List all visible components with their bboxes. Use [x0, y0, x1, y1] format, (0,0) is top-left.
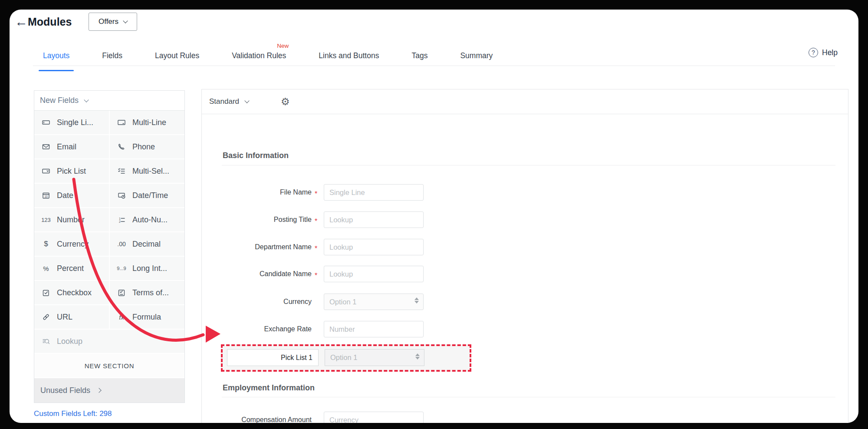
lookup-icon	[40, 337, 52, 346]
date-icon: 10	[40, 191, 52, 200]
field-type-pick-list[interactable]: Pick List	[34, 159, 109, 183]
section-divider	[222, 397, 835, 397]
field-type-number[interactable]: 123 Number	[34, 208, 109, 231]
email-icon	[40, 142, 52, 151]
tab-bar: Layouts Fields Layout Rules Validation R…	[10, 51, 858, 66]
number-icon: 123	[40, 217, 52, 223]
chevron-down-icon[interactable]	[244, 98, 249, 103]
tab-validation-rules[interactable]: Validation Rules New	[232, 51, 286, 66]
multi-line-icon	[116, 118, 127, 127]
currency-icon: $	[40, 240, 52, 248]
percent-icon: %	[40, 265, 52, 272]
new-fields-dropdown[interactable]: New Fields	[34, 91, 184, 111]
tab-summary[interactable]: Summary	[460, 51, 493, 66]
select-updown-icon	[415, 353, 420, 360]
posting-title-input[interactable]: Lookup	[324, 211, 424, 228]
required-marker: *	[315, 213, 317, 230]
layout-selector-bar: Standard ⚙	[202, 89, 848, 114]
tab-tags[interactable]: Tags	[411, 51, 427, 66]
pick-list-1-label-input[interactable]: Pick List 1	[227, 349, 319, 366]
chevron-down-icon	[84, 97, 89, 102]
terms-of-service-icon	[116, 288, 127, 297]
decimal-icon: .00	[116, 241, 127, 248]
svg-text:1: 1	[119, 217, 121, 220]
new-badge: New	[277, 43, 289, 49]
date-time-icon	[116, 191, 127, 200]
chevron-down-icon	[123, 18, 128, 23]
section-divider	[222, 165, 835, 165]
field-type-date[interactable]: 10 Date	[34, 184, 109, 207]
required-marker: *	[315, 267, 317, 284]
field-type-grid: Single Li... Multi-Line Email Phone	[34, 111, 184, 403]
field-type-phone[interactable]: Phone	[110, 135, 184, 158]
field-type-formula[interactable]: fx Formula	[110, 305, 184, 329]
modules-window: ← Modules Offers ? Help Layouts Fields L…	[10, 10, 858, 423]
module-selector-label: Offers	[99, 17, 118, 26]
svg-text:10: 10	[44, 195, 48, 198]
file-name-input[interactable]: Single Line	[324, 184, 424, 201]
department-name-input[interactable]: Lookup	[324, 239, 424, 255]
formula-icon: fx	[116, 314, 127, 321]
back-arrow-icon[interactable]: ←	[15, 14, 28, 30]
new-fields-palette: New Fields Single Li... Multi-Line Email	[34, 90, 185, 403]
select-updown-icon	[414, 297, 419, 304]
required-marker: *	[315, 186, 317, 202]
candidate-name-input[interactable]: Lookup	[324, 266, 424, 282]
single-line-icon	[40, 118, 52, 127]
field-type-email[interactable]: Email	[34, 135, 109, 158]
required-marker: *	[315, 241, 317, 257]
field-type-currency[interactable]: $ Currency	[34, 232, 109, 256]
module-selector-dropdown[interactable]: Offers	[89, 13, 137, 31]
custom-fields-left-link[interactable]: Custom Fields Left: 298	[34, 409, 112, 418]
section-title-basic-information: Basic Information	[223, 151, 289, 160]
new-section-button[interactable]: NEW SECTION	[34, 354, 184, 377]
field-type-auto-number[interactable]: 12 Auto-Nu...	[110, 208, 184, 231]
dropped-field-highlight[interactable]: Pick List 1 Option 1	[221, 344, 471, 372]
field-type-decimal[interactable]: .00 Decimal	[110, 232, 184, 256]
pick-list-icon	[40, 167, 52, 175]
phone-icon	[116, 142, 127, 151]
page-title: Modules	[28, 16, 72, 28]
currency-select[interactable]: Option 1	[324, 294, 424, 310]
long-integer-icon: 9...9	[116, 266, 127, 271]
multi-select-icon	[116, 167, 127, 175]
field-type-multi-line[interactable]: Multi-Line	[110, 111, 184, 134]
layout-editor: Standard ⚙ Basic Information File Name *…	[201, 89, 848, 423]
layout-selector-label[interactable]: Standard	[209, 97, 239, 106]
compensation-amount-input[interactable]: Currency	[324, 412, 424, 423]
unused-fields-toggle[interactable]: Unused Fields	[34, 378, 184, 403]
tab-divider	[33, 66, 835, 66]
new-fields-label: New Fields	[40, 96, 79, 105]
field-type-single-line[interactable]: Single Li...	[34, 111, 109, 134]
pick-list-1-select[interactable]: Option 1	[325, 349, 424, 366]
field-type-terms[interactable]: Terms of...	[110, 281, 184, 304]
tab-layout-rules[interactable]: Layout Rules	[155, 51, 199, 66]
tab-links-and-buttons[interactable]: Links and Buttons	[319, 51, 379, 66]
chevron-right-icon	[96, 388, 101, 393]
exchange-rate-input[interactable]: Number	[324, 321, 424, 337]
tab-fields[interactable]: Fields	[102, 51, 122, 66]
field-type-date-time[interactable]: Date/Time	[110, 184, 184, 207]
url-icon	[40, 313, 52, 321]
layout-canvas: Basic Information File Name * Single Lin…	[202, 114, 848, 423]
gear-icon[interactable]: ⚙	[281, 97, 290, 107]
section-title-employment-information: Employment Information	[223, 383, 315, 393]
checkbox-icon	[40, 288, 52, 297]
auto-number-icon: 12	[116, 215, 127, 224]
tab-layouts[interactable]: Layouts	[43, 51, 69, 66]
field-type-long-integer[interactable]: 9...9 Long Int...	[110, 257, 184, 280]
field-type-checkbox[interactable]: Checkbox	[34, 281, 109, 304]
field-type-multi-select[interactable]: Multi-Sel...	[110, 159, 184, 183]
field-type-lookup[interactable]: Lookup	[34, 330, 184, 353]
field-type-url[interactable]: URL	[34, 305, 109, 329]
svg-text:2: 2	[119, 220, 121, 223]
field-type-percent[interactable]: % Percent	[34, 257, 109, 280]
